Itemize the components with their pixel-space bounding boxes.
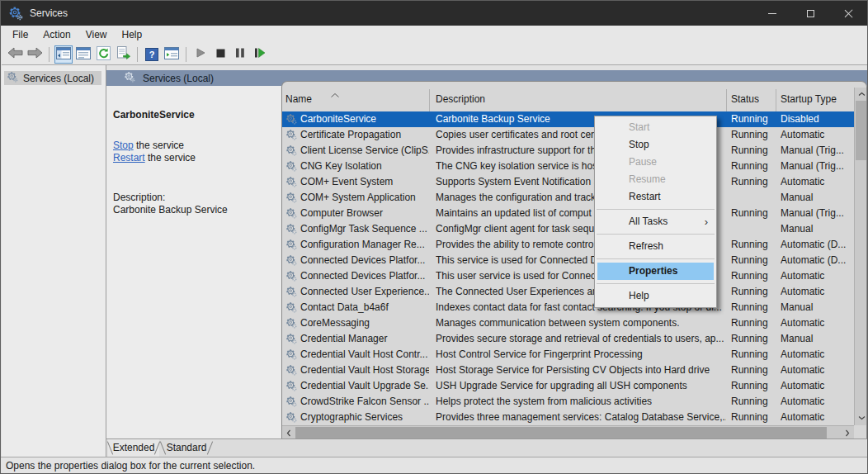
menu-help[interactable]: Help	[115, 26, 150, 44]
table-row[interactable]: Credential Vault Host StorageHost Storag…	[282, 363, 854, 378]
cell-startup-type: Manual (Trig...	[781, 207, 854, 220]
back-arrow-button[interactable]	[6, 45, 24, 64]
horizontal-scroll-thumb[interactable]	[295, 427, 827, 438]
tab-standard-label: Standard	[167, 442, 207, 453]
services-gear-icon	[8, 6, 23, 21]
column-divider[interactable]	[776, 89, 776, 111]
service-gear-icon	[285, 396, 297, 407]
table-row[interactable]: Connected Devices Platfor...This user se…	[282, 268, 854, 284]
menu-bar: FileActionViewHelp	[2, 26, 868, 44]
table-row[interactable]: Computer BrowserMaintains an updated lis…	[282, 206, 854, 221]
vertical-scroll-thumb[interactable]	[856, 101, 867, 160]
stop-service-text: the service	[134, 140, 184, 151]
table-row[interactable]: Contact Data_b4a6fIndexes contact data f…	[282, 300, 854, 315]
service-gear-icon	[285, 270, 297, 282]
close-button[interactable]	[829, 1, 867, 26]
context-menu-item-help[interactable]: Help	[595, 287, 716, 305]
table-row[interactable]: CNG Key IsolationThe CNG key isolation s…	[282, 159, 854, 174]
tree-item-services-local[interactable]: Services (Local)	[4, 71, 101, 85]
cell-description: Helps protect the system from malicious …	[436, 396, 726, 408]
cell-status: Running	[731, 380, 774, 392]
context-menu-item-restart[interactable]: Restart	[595, 188, 716, 206]
cell-status: Running	[731, 270, 774, 282]
cell-description: Host Control Service for Fingerprint Pro…	[436, 348, 726, 361]
table-row[interactable]: Connected Devices Platfor...This service…	[282, 253, 854, 268]
stop-service-button[interactable]	[211, 45, 229, 64]
table-row[interactable]: Credential Vault Host Contr...Host Contr…	[282, 347, 854, 363]
context-menu-item-properties[interactable]: Properties	[597, 263, 714, 280]
service-gear-icon	[285, 223, 297, 235]
restart-service-link[interactable]: Restart	[113, 152, 145, 164]
horizontal-scrollbar[interactable]	[282, 425, 854, 438]
service-gear-icon	[285, 411, 297, 423]
column-header-name[interactable]: Name	[285, 93, 312, 105]
cell-status: Running	[731, 348, 774, 361]
results-region: Services (Local) CarboniteService Stop t…	[106, 65, 868, 457]
show-action-pane-button[interactable]	[163, 45, 181, 64]
context-menu-item-refresh[interactable]: Refresh	[595, 238, 716, 255]
pause-service-icon	[235, 48, 245, 60]
scroll-up-button[interactable]	[855, 88, 867, 101]
service-gear-icon	[285, 192, 297, 203]
scroll-right-button[interactable]	[841, 426, 854, 438]
cell-status: Running	[731, 129, 774, 141]
stop-service-link[interactable]: Stop	[113, 140, 134, 151]
properties-window-button[interactable]	[74, 45, 92, 64]
table-row[interactable]: ConfigMgr Task Sequence ...ConfigMgr cli…	[282, 221, 854, 237]
forward-arrow-icon	[27, 47, 43, 61]
column-divider[interactable]	[726, 89, 727, 111]
restart-service-button[interactable]	[251, 45, 269, 64]
service-gear-icon	[285, 145, 297, 156]
scroll-down-button[interactable]	[855, 411, 867, 424]
cell-name: Credential Vault Upgrade Se...	[300, 380, 429, 392]
menu-file[interactable]: File	[5, 26, 35, 44]
table-row[interactable]: CoreMessagingManages communication betwe…	[282, 315, 854, 331]
table-row[interactable]: COM+ Event SystemSupports System Event N…	[282, 174, 854, 190]
gear-icon	[7, 71, 18, 83]
context-menu-item-stop[interactable]: Stop	[595, 136, 716, 154]
start-service-button[interactable]	[191, 45, 210, 64]
refresh-button[interactable]	[94, 45, 112, 64]
tab-standard[interactable]: Standard	[161, 439, 212, 457]
minimize-button[interactable]	[753, 1, 791, 26]
show-console-tree-icon	[56, 47, 71, 62]
maximize-button[interactable]	[791, 1, 829, 26]
tab-extended[interactable]: Extended	[108, 439, 159, 457]
context-menu-item-all-tasks[interactable]: All Tasks›	[595, 213, 716, 230]
table-row[interactable]: CarboniteServiceCarbonite Backup Service…	[282, 111, 854, 127]
vertical-scrollbar[interactable]	[854, 88, 867, 425]
table-row[interactable]: Client License Service (ClipS...Provides…	[282, 143, 854, 159]
menu-action[interactable]: Action	[35, 26, 78, 44]
scroll-left-button[interactable]	[282, 426, 295, 438]
table-row[interactable]: Credential ManagerProvides secure storag…	[282, 331, 854, 347]
restart-service-icon	[254, 48, 266, 60]
cell-status: Running	[731, 411, 774, 424]
services-list: Name Description Status Startup Type Car…	[281, 81, 867, 438]
help-button[interactable]: ?	[143, 45, 161, 64]
forward-arrow-button[interactable]	[26, 45, 44, 64]
show-console-tree-button[interactable]	[54, 45, 73, 64]
cell-name: CoreMessaging	[300, 317, 429, 329]
list-header: Name Description Status Startup Type	[282, 88, 854, 111]
table-row[interactable]: Certificate PropagationCopies user certi…	[282, 127, 854, 143]
column-header-description[interactable]: Description	[436, 93, 485, 105]
table-row[interactable]: Connected User Experience...The Connecte…	[282, 284, 854, 300]
close-icon	[844, 9, 853, 18]
column-header-status[interactable]: Status	[731, 93, 759, 105]
export-list-button[interactable]	[114, 45, 132, 64]
cell-name: Client License Service (ClipS...	[300, 145, 429, 157]
column-header-startup-type[interactable]: Startup Type	[781, 93, 837, 105]
table-row[interactable]: COM+ System ApplicationManages the confi…	[282, 190, 854, 206]
table-row[interactable]: Cryptographic ServicesProvides three man…	[282, 410, 854, 425]
cell-status	[731, 223, 774, 235]
table-row[interactable]: CrowdStrike Falcon Sensor ...Helps prote…	[282, 394, 854, 410]
pause-service-button[interactable]	[231, 45, 249, 64]
menu-separator	[597, 234, 715, 235]
table-row[interactable]: Configuration Manager Re...Provides the …	[282, 237, 854, 253]
table-row[interactable]: Credential Vault Upgrade Se...USH Upgrad…	[282, 378, 854, 394]
cell-name: Cryptographic Services	[300, 411, 429, 424]
export-list-icon	[116, 46, 130, 62]
cell-description: Provides secure storage and retrieval of…	[436, 333, 726, 345]
column-divider[interactable]	[429, 89, 430, 111]
menu-view[interactable]: View	[78, 26, 115, 44]
